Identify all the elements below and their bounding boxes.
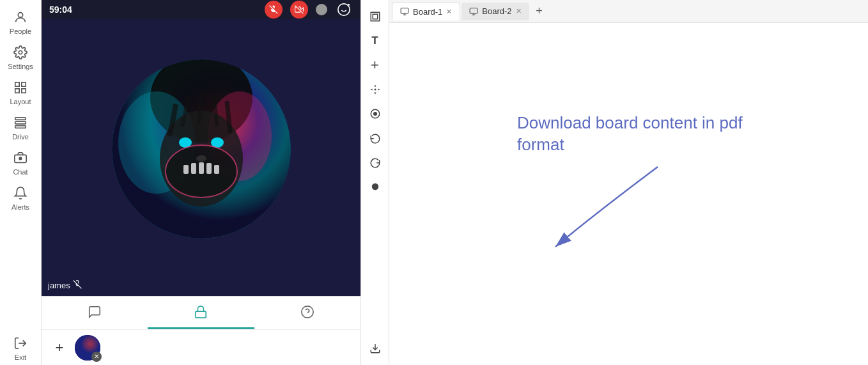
svg-rect-6: [15, 118, 26, 120]
svg-rect-50: [401, 8, 408, 13]
bottom-tabs: [42, 296, 360, 329]
video-panel: james: [42, 19, 360, 296]
svg-rect-8: [15, 126, 26, 128]
sidebar-item-people[interactable]: People: [0, 5, 41, 39]
svg-rect-43: [371, 12, 380, 21]
eraser-tool[interactable]: [364, 175, 387, 198]
exit-icon: [13, 336, 27, 352]
board-area: Board-1 ✕ Board-2 ✕ + Download board con…: [389, 0, 868, 365]
timer-controls: [265, 1, 353, 19]
svg-point-45: [374, 89, 376, 91]
svg-rect-30: [183, 165, 189, 174]
sidebar-item-alerts-label: Alerts: [12, 203, 29, 211]
user-muted-icon: [73, 280, 82, 291]
sidebar-item-drive-label: Drive: [12, 133, 29, 141]
svg-rect-7: [15, 121, 26, 124]
settings-icon: [13, 45, 27, 61]
gray-dot-indicator: [316, 4, 327, 15]
sidebar-item-drive[interactable]: Drive: [0, 111, 41, 144]
timer-display: 59:04: [49, 4, 72, 15]
user-video-avatar: [112, 59, 291, 238]
svg-line-37: [73, 281, 81, 289]
svg-point-1: [19, 50, 22, 54]
sidebar-item-alerts[interactable]: Alerts: [0, 181, 41, 215]
sidebar-item-exit[interactable]: Exit: [0, 331, 41, 365]
svg-point-0: [18, 13, 22, 17]
svg-rect-34: [214, 165, 219, 174]
tab-chat[interactable]: [42, 297, 148, 329]
sidebar-item-settings[interactable]: Settings: [0, 40, 41, 74]
board-tab-2[interactable]: Board-2 ✕: [461, 3, 529, 20]
svg-point-48: [371, 183, 378, 190]
board-tabs: Board-1 ✕ Board-2 ✕ +: [389, 0, 868, 23]
tooltip-arrow: [543, 164, 670, 256]
sidebar-item-layout-label: Layout: [10, 98, 31, 105]
svg-rect-32: [199, 162, 204, 174]
text-tool[interactable]: T: [364, 29, 387, 52]
participant-item: ✕: [75, 335, 100, 361]
board-add-tab[interactable]: +: [531, 3, 548, 20]
svg-point-10: [19, 157, 22, 160]
board-2-label: Board-2: [482, 6, 511, 16]
board-2-close[interactable]: ✕: [516, 7, 522, 15]
sidebar-item-exit-label: Exit: [15, 353, 26, 361]
svg-point-39: [302, 306, 313, 318]
sidebar-item-settings-label: Settings: [8, 63, 33, 70]
download-tooltip: Download board content in pdf format: [517, 113, 743, 166]
timer-bar: 59:04: [42, 0, 360, 19]
svg-rect-3: [22, 82, 26, 86]
layout-icon: [13, 81, 27, 97]
svg-rect-31: [191, 163, 196, 174]
add-participant-button[interactable]: +: [49, 338, 70, 358]
add-reaction-button[interactable]: [335, 1, 353, 19]
svg-point-35: [196, 155, 206, 162]
svg-rect-53: [470, 8, 477, 13]
board-tab-1[interactable]: Board-1 ✕: [392, 3, 460, 20]
svg-rect-44: [373, 14, 378, 19]
sidebar-item-chat-label: Chat: [13, 168, 27, 176]
left-sidebar: People Settings Layout Drive: [0, 0, 42, 365]
svg-rect-38: [196, 311, 206, 318]
tab-help[interactable]: [254, 297, 360, 329]
drive-icon: [13, 116, 27, 132]
undo-tool[interactable]: [364, 127, 387, 150]
mute-audio-button[interactable]: [265, 1, 283, 19]
move-tool[interactable]: [364, 78, 387, 101]
people-icon: [13, 10, 27, 26]
sidebar-item-layout[interactable]: Layout: [0, 75, 41, 109]
tooltip-text: Download board content in pdf format: [517, 113, 743, 156]
redo-tool[interactable]: [364, 151, 387, 174]
tab-lock[interactable]: [148, 297, 254, 329]
remove-participant-button[interactable]: ✕: [91, 352, 102, 362]
svg-rect-33: [206, 163, 212, 174]
svg-rect-4: [15, 89, 19, 93]
board-1-close[interactable]: ✕: [446, 8, 452, 16]
alerts-icon: [13, 186, 27, 202]
main-video-area: 59:04: [42, 0, 361, 365]
frame-tool[interactable]: [364, 5, 387, 28]
sidebar-item-people-label: People: [10, 27, 31, 35]
tool-sidebar: T +: [361, 0, 389, 365]
sidebar-item-chat[interactable]: Chat: [0, 146, 41, 180]
user-name-text: james: [48, 281, 70, 290]
board-content: Download board content in pdf format: [389, 23, 868, 365]
download-tool[interactable]: [364, 337, 387, 360]
svg-rect-5: [22, 89, 26, 93]
mute-video-button[interactable]: [290, 1, 308, 19]
svg-rect-2: [15, 82, 19, 86]
participants-bar: + ✕: [42, 329, 360, 365]
add-tool[interactable]: +: [364, 54, 387, 77]
board-1-label: Board-1: [413, 7, 442, 17]
chat-icon: [13, 151, 27, 167]
svg-point-46: [373, 112, 377, 116]
navigate-tool[interactable]: [364, 102, 387, 125]
user-name-bar: james: [48, 280, 82, 291]
